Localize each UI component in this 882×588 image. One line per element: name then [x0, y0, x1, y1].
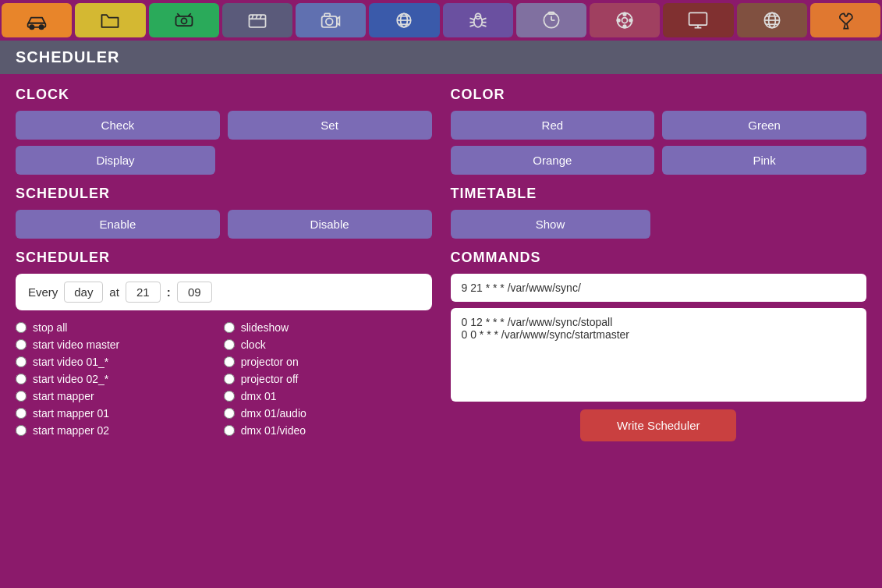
- svg-line-27: [482, 25, 486, 27]
- svg-point-34: [623, 12, 626, 16]
- radio-item-left[interactable]: start video master: [16, 338, 224, 351]
- nav-camera[interactable]: [296, 3, 366, 37]
- commands-multi-line: 0 12 * * * /var/www/sync/stopall0 0 * * …: [451, 308, 867, 402]
- svg-line-22: [469, 18, 473, 19]
- svg-point-1: [30, 25, 34, 29]
- scheduler-enable-row: Enable Disable: [16, 210, 432, 239]
- write-scheduler-button[interactable]: Write Scheduler: [580, 409, 736, 441]
- every-label: Every: [28, 285, 58, 299]
- colon-separator: :: [167, 285, 171, 299]
- radio-item-right[interactable]: projector off: [224, 373, 432, 385]
- minute-input[interactable]: [177, 282, 212, 303]
- svg-line-25: [482, 18, 486, 19]
- radio-item-right[interactable]: projector on: [224, 356, 432, 368]
- color-red-button[interactable]: Red: [451, 111, 655, 140]
- commands-single-line: 9 21 * * * /var/www/sync/: [451, 274, 867, 302]
- scheduler-cron-row: Every at :: [16, 274, 432, 310]
- svg-rect-38: [689, 12, 707, 25]
- nav-clapperboard[interactable]: [222, 3, 292, 37]
- color-row1: Red Green: [451, 111, 867, 140]
- radio-item-right[interactable]: dmx 01: [224, 390, 432, 402]
- color-section-title: COLOR: [451, 87, 867, 103]
- scheduler-enable-button[interactable]: Enable: [16, 210, 220, 239]
- radio-item-left[interactable]: start mapper: [16, 390, 224, 402]
- clock-display-button[interactable]: Display: [16, 146, 215, 175]
- commands-section-title: COMMANDS: [451, 250, 867, 266]
- svg-rect-14: [324, 13, 330, 16]
- page-title: SCHEDULER: [16, 48, 119, 66]
- radio-item-right[interactable]: dmx 01/video: [224, 424, 432, 437]
- nav-clock[interactable]: [516, 3, 586, 37]
- at-label: at: [109, 285, 119, 299]
- radio-item-left[interactable]: start video 01_*: [16, 356, 224, 368]
- nav-wrench[interactable]: [810, 3, 880, 37]
- timetable-row: Show: [451, 210, 867, 239]
- nav-network[interactable]: [369, 3, 439, 37]
- radio-item-left[interactable]: start mapper 01: [16, 407, 224, 420]
- hour-input[interactable]: [126, 282, 161, 303]
- svg-line-24: [469, 25, 473, 27]
- svg-point-37: [629, 19, 632, 22]
- nav-folder[interactable]: [75, 3, 145, 37]
- clock-btn-row2: Display: [16, 146, 432, 175]
- radio-col-right: slideshow clock projector on projector o…: [224, 321, 432, 437]
- clock-check-button[interactable]: Check: [16, 111, 220, 140]
- color-green-button[interactable]: Green: [662, 111, 866, 140]
- radio-item-right[interactable]: clock: [224, 338, 432, 351]
- clock-section-title: CLOCK: [16, 87, 432, 103]
- left-column: CLOCK Check Set Display SCHEDULER Enable…: [16, 87, 432, 576]
- page-title-bar: SCHEDULER: [0, 41, 882, 74]
- nav-car[interactable]: [2, 3, 72, 37]
- svg-point-36: [618, 19, 621, 22]
- radio-item-left[interactable]: stop all: [16, 321, 224, 334]
- radio-item-right[interactable]: slideshow: [224, 321, 432, 334]
- scheduler-cron-title: SCHEDULER: [16, 250, 432, 266]
- scheduler-enable-title: SCHEDULER: [16, 186, 432, 202]
- clock-set-button[interactable]: Set: [228, 111, 432, 140]
- timetable-show-button[interactable]: Show: [451, 210, 650, 239]
- day-input[interactable]: [64, 282, 103, 303]
- radio-item-left[interactable]: start mapper 02: [16, 424, 224, 437]
- color-orange-button[interactable]: Orange: [451, 146, 655, 175]
- color-pink-button[interactable]: Pink: [662, 146, 866, 175]
- nav-film[interactable]: [590, 3, 660, 37]
- svg-point-2: [40, 25, 44, 29]
- right-column: COLOR Red Green Orange Pink TIMETABLE Sh…: [451, 87, 867, 576]
- nav-globe[interactable]: [737, 3, 807, 37]
- nav-monitor[interactable]: [663, 3, 733, 37]
- clock-btn-row1: Check Set: [16, 111, 432, 140]
- svg-point-35: [623, 25, 626, 28]
- svg-point-4: [181, 18, 186, 23]
- top-navigation: [0, 0, 882, 41]
- scheduler-disable-button[interactable]: Disable: [228, 210, 432, 239]
- nav-bug[interactable]: [443, 3, 513, 37]
- radio-item-right[interactable]: dmx 01/audio: [224, 407, 432, 420]
- color-row2: Orange Pink: [451, 146, 867, 175]
- radio-col-left: stop all start video master start video …: [16, 321, 224, 437]
- svg-point-13: [326, 18, 333, 25]
- radio-lists: stop all start video master start video …: [16, 321, 432, 437]
- timetable-section-title: TIMETABLE: [451, 186, 867, 202]
- radio-item-left[interactable]: start video 02_*: [16, 373, 224, 385]
- nav-projector[interactable]: [149, 3, 219, 37]
- svg-point-33: [622, 18, 628, 23]
- main-content: CLOCK Check Set Display SCHEDULER Enable…: [0, 74, 882, 588]
